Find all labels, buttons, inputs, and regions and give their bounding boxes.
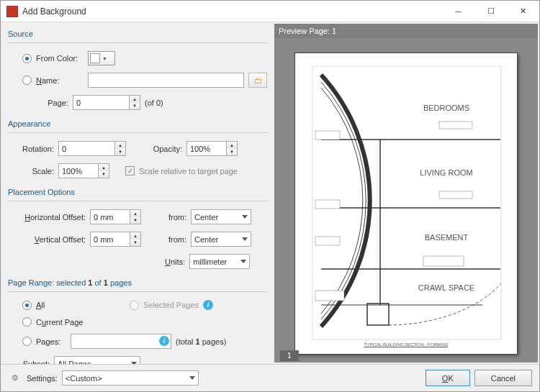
svg-rect-15 bbox=[439, 122, 472, 129]
subset-label: Subset: bbox=[8, 360, 50, 365]
name-label: Name: bbox=[36, 76, 84, 85]
info-icon[interactable]: i bbox=[203, 300, 213, 310]
settings-label: Settings: bbox=[27, 374, 58, 383]
gear-icon[interactable]: ⚙ bbox=[8, 371, 22, 386]
svg-rect-14 bbox=[315, 291, 344, 301]
close-button[interactable]: ✕ bbox=[507, 1, 539, 22]
opacity-label: Opacity: bbox=[148, 145, 182, 153]
from-label-v: from: bbox=[168, 235, 186, 244]
svg-rect-11 bbox=[315, 131, 340, 140]
svg-rect-16 bbox=[439, 191, 472, 199]
rotation-spinner[interactable]: ▲▼ bbox=[58, 141, 126, 156]
spin-down-icon[interactable]: ▼ bbox=[130, 103, 140, 110]
page-label: Page: bbox=[8, 99, 68, 107]
appearance-heading: Appearance bbox=[8, 119, 267, 129]
radio-all[interactable] bbox=[22, 301, 32, 310]
radio-selected-pages bbox=[130, 301, 139, 310]
pages-label: Pages: bbox=[36, 337, 66, 346]
voffset-spinner[interactable]: ▲▼ bbox=[90, 232, 141, 247]
svg-text:LIVING ROOM: LIVING ROOM bbox=[420, 168, 472, 177]
selected-pages-label: Selected Pages bbox=[143, 301, 199, 309]
scale-relative-checkbox[interactable]: ✓ bbox=[125, 166, 135, 176]
source-heading: Source bbox=[8, 29, 267, 40]
units-label: Units: bbox=[165, 257, 185, 266]
preview-body: BEDROOMS LIVING ROOM BASEMENT CRAWL SPAC… bbox=[274, 38, 538, 363]
svg-rect-5 bbox=[367, 304, 389, 325]
all-label: All bbox=[36, 301, 108, 309]
opacity-spinner[interactable]: ▲▼ bbox=[186, 141, 238, 156]
from-label-h: from: bbox=[168, 213, 186, 222]
units-select[interactable]: millimeter bbox=[189, 254, 250, 269]
window-title: Add Background bbox=[22, 6, 442, 17]
hoffset-spinner[interactable]: ▲▼ bbox=[90, 209, 141, 224]
svg-text:BASEMENT: BASEMENT bbox=[425, 233, 469, 242]
hoffset-from-select[interactable]: Center bbox=[191, 209, 251, 224]
radio-current-page[interactable] bbox=[22, 317, 32, 327]
drawing-svg: BEDROOMS LIVING ROOM BASEMENT CRAWL SPAC… bbox=[295, 53, 518, 355]
cancel-button[interactable]: Cancel bbox=[474, 370, 532, 386]
drawing-caption: TYPICAL BUILDING SECTION - FORMING bbox=[295, 342, 517, 347]
name-input[interactable] bbox=[88, 73, 244, 88]
voffset-from-select[interactable]: Center bbox=[191, 232, 251, 247]
rotation-label: Rotation: bbox=[8, 145, 54, 153]
pages-input[interactable] bbox=[71, 334, 171, 349]
svg-text:BEDROOMS: BEDROOMS bbox=[423, 104, 469, 112]
svg-rect-12 bbox=[315, 200, 340, 209]
info-icon[interactable]: i bbox=[159, 336, 169, 346]
preview-heading: Preview Page: 1 bbox=[274, 24, 538, 38]
subset-select[interactable]: All Pages bbox=[54, 356, 140, 364]
settings-select[interactable]: <Custom> bbox=[62, 370, 199, 386]
page-of-label: (of 0) bbox=[145, 99, 163, 107]
preview-page-number: 1 bbox=[280, 350, 299, 361]
current-page-label: Current Page bbox=[36, 318, 83, 327]
minimize-button[interactable]: ─ bbox=[442, 1, 474, 22]
scale-spinner[interactable]: ▲▼ bbox=[58, 163, 109, 178]
radio-name[interactable] bbox=[22, 76, 32, 85]
svg-text:CRAWL SPACE: CRAWL SPACE bbox=[418, 283, 474, 292]
svg-rect-13 bbox=[315, 237, 340, 245]
scale-label: Scale: bbox=[8, 167, 54, 176]
ok-button[interactable]: OK bbox=[426, 370, 470, 386]
left-pane: Source From Color: ▼ Name: 🗀 Page: ▲▼ (o… bbox=[1, 22, 274, 364]
titlebar: Add Background ─ ☐ ✕ bbox=[1, 1, 539, 22]
color-picker[interactable]: ▼ bbox=[88, 51, 115, 65]
hoffset-label: Horizontal Offset: bbox=[8, 213, 86, 222]
page-spinner[interactable]: ▲▼ bbox=[73, 95, 140, 110]
content-area: Source From Color: ▼ Name: 🗀 Page: ▲▼ (o… bbox=[1, 22, 539, 364]
folder-icon: 🗀 bbox=[254, 76, 262, 85]
maximize-button[interactable]: ☐ bbox=[474, 1, 507, 22]
preview-pane: Preview Page: 1 bbox=[274, 24, 538, 363]
app-icon bbox=[6, 6, 18, 17]
voffset-label: Vertical Offset: bbox=[8, 235, 86, 244]
radio-from-color[interactable] bbox=[22, 54, 32, 63]
pages-total-label: (total 1 pages) bbox=[176, 337, 226, 346]
page-range-heading: Page Range: selected 1 of 1 pages bbox=[8, 278, 267, 288]
preview-page[interactable]: BEDROOMS LIVING ROOM BASEMENT CRAWL SPAC… bbox=[294, 53, 518, 355]
browse-button[interactable]: 🗀 bbox=[248, 73, 267, 88]
color-swatch bbox=[90, 53, 100, 63]
placement-heading: Placement Options bbox=[8, 188, 267, 198]
spin-up-icon[interactable]: ▲ bbox=[130, 96, 140, 103]
svg-rect-17 bbox=[423, 256, 464, 266]
scale-relative-label: Scale relative to target page bbox=[139, 167, 238, 176]
footer: ⚙ Settings: <Custom> OK Cancel bbox=[1, 364, 539, 391]
from-color-label: From Color: bbox=[36, 54, 84, 63]
radio-pages[interactable] bbox=[22, 337, 32, 346]
